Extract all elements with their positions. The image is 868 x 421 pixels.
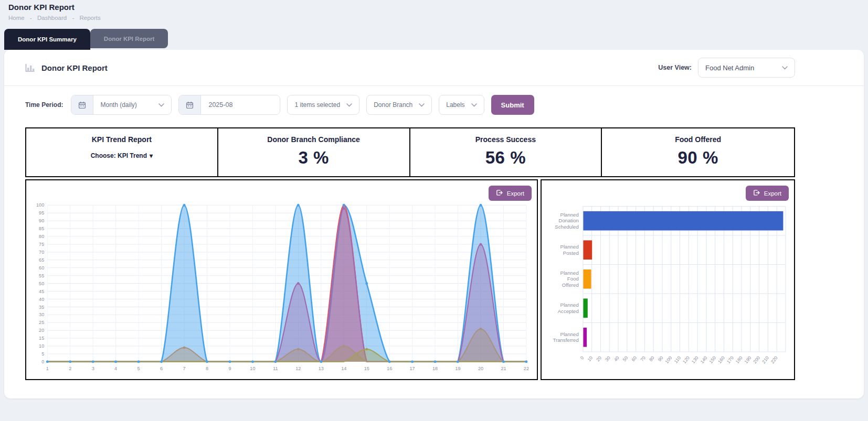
svg-text:180: 180 xyxy=(735,355,744,364)
svg-text:Planned: Planned xyxy=(560,302,578,308)
tab-donor-kpi-summary[interactable]: Donor KPI Summary xyxy=(4,29,90,50)
svg-text:Scheduled: Scheduled xyxy=(555,224,578,230)
svg-text:70: 70 xyxy=(39,250,44,255)
granularity-select[interactable]: Month (daily) xyxy=(93,95,171,114)
export-icon xyxy=(753,189,760,197)
card-title: Donor KPI Report xyxy=(41,63,108,72)
card-header: Donor KPI Report User View: Food Net Adm… xyxy=(4,50,864,86)
svg-text:75: 75 xyxy=(39,242,44,247)
labels-select[interactable]: Labels xyxy=(439,95,484,115)
user-view: User View: Food Net Admin xyxy=(658,58,795,78)
svg-text:Planned: Planned xyxy=(560,212,578,218)
svg-text:4: 4 xyxy=(114,365,117,371)
report-card: Donor KPI Report User View: Food Net Adm… xyxy=(4,50,864,398)
submit-button[interactable]: Submit xyxy=(491,95,534,115)
chevron-down-icon xyxy=(346,103,352,107)
svg-text:100: 100 xyxy=(36,202,44,208)
svg-text:80: 80 xyxy=(648,355,655,362)
svg-text:3: 3 xyxy=(92,365,94,371)
kpi-summary-strip: KPI Trend Report Choose: KPI Trend ▾ Don… xyxy=(25,127,795,177)
kpi-label: Process Success xyxy=(415,135,597,144)
breadcrumb-home[interactable]: Home xyxy=(8,15,25,21)
svg-text:20: 20 xyxy=(39,328,44,333)
svg-text:11: 11 xyxy=(273,365,278,371)
donor-branch-select[interactable]: Donor Branch xyxy=(366,95,432,115)
chevron-down-icon xyxy=(158,103,164,107)
svg-text:12: 12 xyxy=(295,365,301,371)
calendar-icon xyxy=(179,95,201,114)
breadcrumb-reports[interactable]: Reports xyxy=(79,15,100,21)
svg-text:22: 22 xyxy=(524,365,529,371)
breadcrumb-separator: - xyxy=(30,15,32,21)
kpi-value: 56 % xyxy=(415,148,597,168)
export-icon xyxy=(496,189,503,197)
svg-text:95: 95 xyxy=(39,210,44,215)
export-button[interactable]: Export xyxy=(489,186,532,201)
caret-down-icon: ▾ xyxy=(150,152,153,159)
svg-text:5: 5 xyxy=(137,365,140,371)
export-button[interactable]: Export xyxy=(746,186,789,201)
svg-text:9: 9 xyxy=(228,365,231,371)
svg-text:6: 6 xyxy=(160,365,163,371)
svg-text:30: 30 xyxy=(39,312,44,317)
svg-text:5: 5 xyxy=(41,351,44,357)
svg-text:13: 13 xyxy=(319,365,324,371)
svg-text:16: 16 xyxy=(387,365,392,371)
page-title: Donor KPI Report xyxy=(8,3,860,12)
export-button-label: Export xyxy=(507,190,524,197)
tab-bar: Donor KPI Summary Donor KPI Report xyxy=(4,29,864,50)
svg-text:15: 15 xyxy=(39,336,44,341)
svg-text:20: 20 xyxy=(595,355,602,362)
kpi-value: 90 % xyxy=(606,148,790,168)
kpi-label: Donor Branch Compliance xyxy=(223,135,405,144)
svg-text:17: 17 xyxy=(410,365,415,371)
svg-text:170: 170 xyxy=(726,355,735,364)
svg-text:50: 50 xyxy=(39,281,44,286)
svg-text:10: 10 xyxy=(587,355,594,362)
user-view-value: Food Net Admin xyxy=(705,64,754,72)
kpi-trend-cell: KPI Trend Report Choose: KPI Trend ▾ xyxy=(26,128,218,176)
svg-text:7: 7 xyxy=(183,365,185,371)
kpi-trend-line-chart: 0510152025303540455055606570758085909510… xyxy=(31,201,532,376)
items-selected-select[interactable]: 1 items selected xyxy=(287,95,359,115)
svg-text:85: 85 xyxy=(39,226,44,231)
svg-text:200: 200 xyxy=(752,355,761,364)
svg-text:50: 50 xyxy=(622,355,629,362)
svg-text:100: 100 xyxy=(664,355,673,364)
svg-text:0: 0 xyxy=(579,355,585,360)
svg-text:70: 70 xyxy=(639,355,647,362)
svg-text:19: 19 xyxy=(455,365,460,371)
svg-text:Transferred: Transferred xyxy=(553,337,578,343)
svg-text:220: 220 xyxy=(770,355,779,364)
breadcrumb-dashboard[interactable]: Dashboard xyxy=(37,15,67,21)
kpi-trend-chooser-label: Choose: KPI Trend xyxy=(91,152,147,159)
svg-text:Planned: Planned xyxy=(560,244,578,250)
kpi-process-success: Process Success 56 % xyxy=(410,128,602,176)
page: Donor KPI Report Home - Dashboard - Repo… xyxy=(0,0,868,398)
svg-text:Food: Food xyxy=(567,276,579,282)
svg-text:0: 0 xyxy=(41,359,44,364)
user-view-select[interactable]: Food Net Admin xyxy=(698,58,795,78)
svg-text:45: 45 xyxy=(39,289,44,294)
svg-text:8: 8 xyxy=(206,365,208,371)
svg-text:160: 160 xyxy=(717,355,726,364)
kpi-donor-branch-compliance: Donor Branch Compliance 3 % xyxy=(218,128,410,176)
svg-text:130: 130 xyxy=(691,355,700,364)
tab-donor-kpi-report[interactable]: Donor KPI Report xyxy=(90,29,168,48)
svg-text:60: 60 xyxy=(630,355,638,362)
svg-text:25: 25 xyxy=(39,320,44,325)
kpi-trend-title: KPI Trend Report xyxy=(30,135,213,144)
granularity-group: Month (daily) xyxy=(71,95,172,115)
time-period-label: Time Period: xyxy=(25,101,63,109)
month-input[interactable] xyxy=(201,95,280,114)
svg-text:2: 2 xyxy=(69,365,71,371)
svg-text:Planned: Planned xyxy=(560,270,578,276)
svg-text:190: 190 xyxy=(744,355,753,364)
svg-text:65: 65 xyxy=(39,257,44,263)
charts-row: Export 051015202530354045505560657075808… xyxy=(25,179,795,380)
kpi-trend-chooser[interactable]: Choose: KPI Trend ▾ xyxy=(91,152,153,159)
svg-text:210: 210 xyxy=(761,355,770,364)
svg-text:110: 110 xyxy=(673,355,682,364)
svg-text:15: 15 xyxy=(364,365,369,371)
calendar-icon xyxy=(71,95,93,114)
